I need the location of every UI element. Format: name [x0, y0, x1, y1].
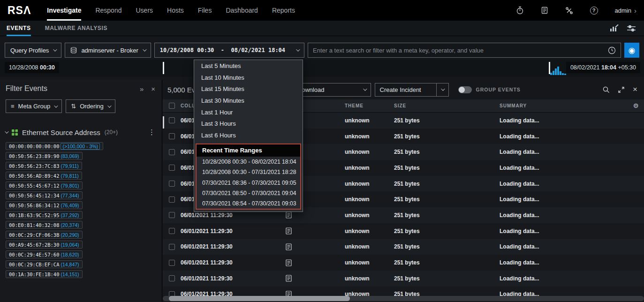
- group-events-toggle[interactable]: [458, 86, 472, 93]
- meta-value-pill[interactable]: 00:E0:81:40:32:08(20,374): [6, 221, 83, 229]
- events-chart-icon[interactable]: [610, 24, 619, 32]
- row-checkbox[interactable]: [169, 228, 175, 234]
- recent-time-range-option[interactable]: 10/28/2008 00:30 - 07/31/2021 18:28: [197, 167, 300, 177]
- recent-time-range-option[interactable]: 07/30/2021 08:50 - 07/30/2021 09:04: [197, 188, 300, 198]
- more-options-icon[interactable]: ⋮: [148, 128, 155, 136]
- row-checkbox[interactable]: [169, 149, 175, 155]
- meta-value-pill[interactable]: 00:50:56:45:12:34(77,344): [6, 191, 83, 199]
- nav-item[interactable]: Dashboard: [226, 0, 258, 21]
- meta-value-pill[interactable]: 00:50:56:86:34:12(76,409): [6, 201, 83, 209]
- query-console-button[interactable]: ◉: [624, 43, 639, 58]
- meta-value-pill[interactable]: 00:50:56:AD:89:42(79,811): [6, 172, 82, 180]
- download-dropdown[interactable]: Download: [292, 83, 371, 97]
- meta-value-pill[interactable]: 00:1B:63:9C:52:95(37,292): [6, 211, 83, 219]
- meta-value-pill[interactable]: 00:50:56:23:89:90(83,069): [6, 152, 83, 160]
- expand-icon[interactable]: [618, 86, 625, 93]
- time-range-option[interactable]: Last 6 Hours: [194, 129, 303, 141]
- event-row[interactable]: 06/01/2021 11:29:30 unknown 251 bytes Lo…: [163, 223, 644, 239]
- row-checkbox[interactable]: [169, 117, 175, 123]
- view-settings-icon[interactable]: [627, 25, 636, 32]
- tab[interactable]: EVENTS: [7, 21, 31, 36]
- row-checkbox[interactable]: [169, 133, 175, 139]
- meta-value-count: (14,151): [61, 272, 79, 277]
- create-incident-dropdown[interactable]: Create Incident: [375, 83, 437, 97]
- row-checkbox[interactable]: [169, 196, 175, 203]
- select-all-checkbox[interactable]: [169, 103, 175, 109]
- admin-label: admin: [615, 7, 631, 14]
- jobs-report-icon[interactable]: [541, 7, 548, 14]
- create-incident-label: Create Incident: [380, 86, 421, 93]
- close-icon[interactable]: ×: [633, 85, 637, 94]
- meta-value-count: (20,374): [61, 222, 79, 228]
- row-checkbox[interactable]: [169, 244, 175, 250]
- help-icon[interactable]: ?: [590, 7, 598, 15]
- nav-item[interactable]: Files: [198, 0, 212, 21]
- event-size: 251 bytes: [394, 196, 500, 203]
- meta-value-pill[interactable]: 00:50:56:23:7C:83(79,911): [6, 162, 82, 170]
- time-range-option[interactable]: Last 1 Hour: [194, 106, 303, 118]
- meta-value-pill[interactable]: 00:0C:29:CF:06:3B(20,290): [6, 231, 83, 239]
- ordering-dropdown[interactable]: ⇅ Ordering: [66, 99, 115, 113]
- chevron-down-icon: [296, 47, 300, 51]
- event-row[interactable]: 06/01/2021 11:29:30 unknown 251 bytes Lo…: [163, 271, 644, 287]
- timeline-bar: [560, 71, 561, 75]
- row-checkbox[interactable]: [169, 275, 175, 281]
- meta-value-pill[interactable]: 00:0C:29:4E:57:60(18,620): [6, 250, 83, 258]
- search-input[interactable]: [313, 47, 604, 54]
- time-range-option[interactable]: Last 3 Hours: [194, 118, 303, 129]
- chevron-down-icon: [441, 87, 445, 91]
- event-row[interactable]: 06/01/2021 11:29:30 unknown 251 bytes Lo…: [163, 255, 644, 271]
- event-row[interactable]: 06/01/2021 11:29:30 unknown 251 bytes Lo…: [163, 239, 644, 255]
- meta-group-dropdown[interactable]: ≡ Meta Group: [6, 99, 62, 113]
- vertical-scrollbar-thumb[interactable]: [163, 116, 164, 128]
- admin-menu[interactable]: admin ›: [615, 7, 636, 15]
- recent-time-range-option[interactable]: 10/28/2008 00:30 - 08/02/2021 18:04: [197, 157, 300, 167]
- row-checkbox[interactable]: [169, 212, 175, 218]
- time-range-option[interactable]: Last 15 Minutes: [194, 83, 303, 95]
- meta-value-pill[interactable]: 00:0C:29:CB:EF:CA(14,847): [6, 260, 83, 268]
- timeline-left-handle[interactable]: [163, 62, 164, 74]
- close-panel-icon[interactable]: ×: [151, 85, 155, 93]
- timeline-right-handle[interactable]: [549, 62, 550, 74]
- horizontal-scrollbar[interactable]: [163, 296, 644, 301]
- time-range-selector[interactable]: 10/28/2008 00:30 - 08/02/2021 18:04: [154, 43, 304, 58]
- row-checkbox[interactable]: [169, 181, 175, 187]
- timeline-bar: [562, 73, 564, 75]
- horizontal-scrollbar-thumb[interactable]: [169, 296, 350, 301]
- time-range-option[interactable]: Last 30 Minutes: [194, 95, 303, 106]
- column-size[interactable]: SIZE: [394, 103, 500, 108]
- meta-value-pill[interactable]: 00:A9:45:67:2B:30(19,064): [6, 241, 83, 249]
- column-settings-gear-icon[interactable]: ⚙: [628, 102, 644, 109]
- event-summary: Loading data...: [500, 149, 628, 155]
- column-summary[interactable]: SUMMARY: [500, 103, 628, 108]
- query-profiles-button[interactable]: Query Profiles: [5, 43, 61, 58]
- nav-item[interactable]: Respond: [95, 0, 121, 21]
- admin-tools-icon[interactable]: [565, 7, 573, 15]
- collapse-panel-icon[interactable]: »: [140, 85, 144, 93]
- service-selector[interactable]: adminserver - Broker: [65, 43, 151, 58]
- meta-value-pill[interactable]: 00:1A:30:FE:1B:40(14,151): [6, 270, 83, 278]
- timer-icon[interactable]: [516, 6, 524, 15]
- section-collapse-chevron-icon[interactable]: [5, 129, 8, 133]
- meta-value-pill[interactable]: 00:00:00:00:00:00(>100,000 - 3%): [6, 142, 103, 150]
- event-summary: Loading data...: [500, 165, 628, 171]
- recent-time-range-option[interactable]: 07/30/2021 08:54 - 07/30/2021 09:03: [197, 198, 300, 209]
- meta-value-pill[interactable]: 00:50:55:45:67:12(79,801): [6, 181, 83, 189]
- time-range-option[interactable]: Last 5 Minutes: [194, 60, 303, 72]
- event-collection-time: 06/01/2021 11:29:30: [181, 228, 286, 234]
- tab[interactable]: MALWARE ANALYSIS: [45, 21, 107, 36]
- timeline-bar: [553, 71, 554, 75]
- recent-time-range-option[interactable]: 07/30/2021 08:36 - 07/30/2021 09:05: [197, 177, 300, 188]
- time-range-option[interactable]: Last 10 Minutes: [194, 72, 303, 83]
- row-checkbox[interactable]: [169, 260, 175, 266]
- search-icon[interactable]: [602, 86, 610, 93]
- nav-item[interactable]: Investigate: [47, 0, 81, 21]
- nav-item[interactable]: Hosts: [167, 0, 184, 21]
- row-checkbox[interactable]: [169, 165, 175, 171]
- group-events-label: GROUP EVENTS: [476, 87, 521, 92]
- nav-item[interactable]: Reports: [272, 0, 295, 21]
- query-history-clock-icon[interactable]: [608, 46, 616, 54]
- create-incident-chevron[interactable]: [437, 83, 449, 97]
- nav-item[interactable]: Users: [136, 0, 153, 21]
- column-theme[interactable]: THEME: [345, 103, 394, 108]
